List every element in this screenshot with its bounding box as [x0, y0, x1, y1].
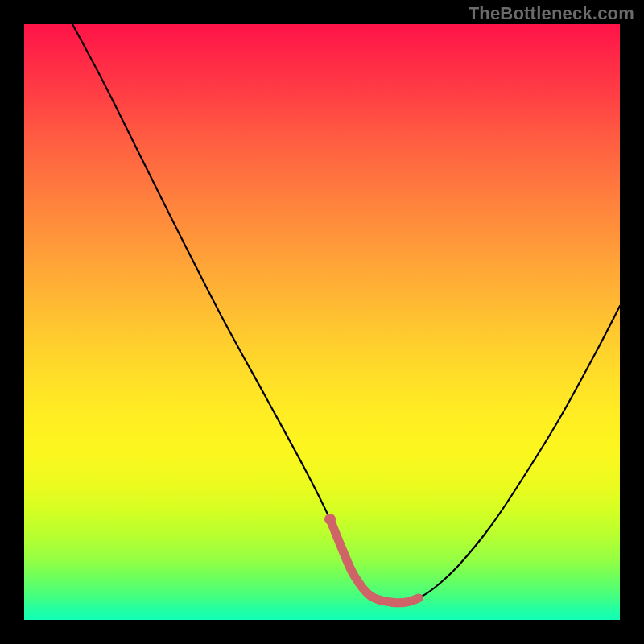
plot-area	[24, 24, 620, 620]
highlight-bottom-segment	[330, 519, 419, 603]
bottleneck-curve	[72, 24, 620, 603]
watermark-text: TheBottleneck.com	[469, 3, 634, 24]
chart-stage: TheBottleneck.com	[0, 0, 644, 644]
curve-layer	[24, 24, 620, 620]
highlight-start-dot	[324, 514, 336, 525]
